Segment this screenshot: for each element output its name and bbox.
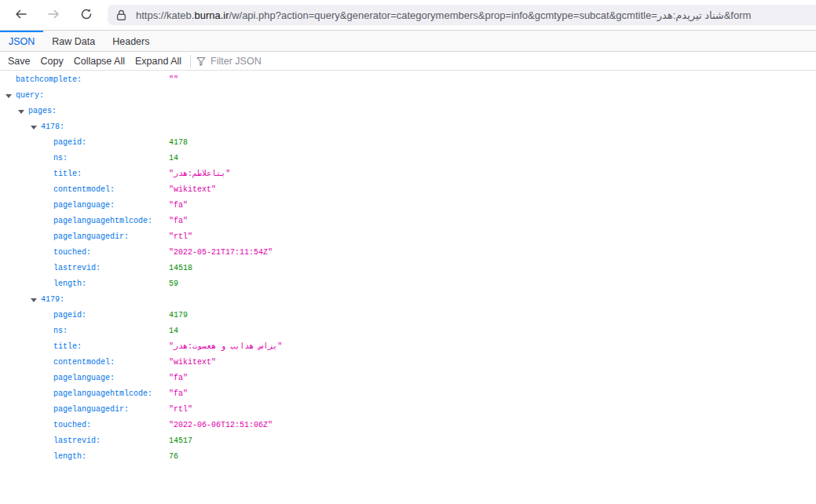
json-key: pagelanguagehtmlcode: — [53, 386, 152, 402]
browser-chrome: https://kateb.burna.ir/w/api.php?action=… — [0, 0, 816, 31]
tab-headers[interactable]: Headers — [104, 31, 158, 51]
json-key: query: — [16, 88, 44, 104]
tab-raw-data[interactable]: Raw Data — [43, 31, 104, 51]
json-value: "fa" — [169, 198, 188, 214]
collapse-arrow-icon[interactable] — [31, 298, 37, 302]
json-tree-row: pagelanguage:"fa" — [0, 371, 816, 386]
json-key: ns: — [53, 151, 68, 166]
json-value: "fa" — [169, 371, 188, 386]
json-tree-row: pageid:4178 — [0, 135, 816, 151]
json-tree-row: pagelanguagedir:"rtl" — [0, 229, 816, 245]
back-arrow-icon — [14, 8, 27, 23]
save-button[interactable]: Save — [5, 56, 33, 67]
json-key: touched: — [53, 245, 91, 261]
json-key: pages: — [28, 104, 57, 119]
json-tree-row: lastrevid:14517 — [0, 433, 816, 449]
url-bar[interactable]: https://kateb.burna.ir/w/api.php?action=… — [108, 5, 816, 25]
json-value: "wikitext" — [169, 355, 216, 371]
json-key: pageid: — [53, 135, 86, 151]
expand-all-button[interactable]: Expand All — [133, 56, 184, 67]
json-key: length: — [53, 276, 86, 292]
json-key: pagelanguage: — [53, 371, 115, 386]
json-key: pagelanguagehtmlcode: — [53, 214, 152, 229]
json-tree-row: contentmodel:"wikitext" — [0, 182, 816, 198]
collapse-all-button[interactable]: Collapse All — [71, 56, 127, 67]
json-value: "rtl" — [169, 229, 192, 245]
url-path: /w/api.php?action=query&generator=catego… — [229, 9, 752, 21]
json-key: lastrevid: — [53, 261, 101, 276]
json-key: 4178: — [41, 119, 64, 135]
json-key: ns: — [53, 323, 68, 339]
json-value: "wikitext" — [169, 182, 216, 198]
url-prefix: https://kateb. — [136, 9, 194, 21]
json-key: contentmodel: — [53, 355, 115, 371]
json-value: 14 — [169, 151, 178, 166]
json-key: pagelanguagedir: — [53, 402, 129, 418]
json-value: "fa" — [169, 386, 188, 402]
json-key: pagelanguagedir: — [53, 229, 129, 245]
json-value: "2022-05-21T17:11:54Z" — [169, 245, 273, 261]
json-tree-row[interactable]: pages: — [0, 104, 816, 119]
filter-funnel-icon — [196, 57, 206, 66]
json-key: pagelanguage: — [53, 198, 115, 214]
json-value: "rtl" — [169, 402, 192, 418]
json-tree-row: length:76 — [0, 449, 816, 465]
filter-json-input[interactable] — [210, 56, 336, 67]
reload-icon — [79, 7, 93, 24]
json-value: 4178 — [169, 135, 188, 151]
json-value: 4179 — [169, 308, 188, 323]
json-value: "2022-06-06T12:51:06Z" — [169, 418, 273, 433]
json-key: title: — [53, 339, 82, 355]
json-viewer-tabbar: JSON Raw Data Headers — [0, 31, 816, 52]
url-text: https://kateb.burna.ir/w/api.php?action=… — [136, 9, 751, 21]
json-tree-row: ns:14 — [0, 151, 816, 166]
json-key: 4179: — [41, 292, 64, 308]
json-tree-row: pagelanguage:"fa" — [0, 198, 816, 214]
json-key: pageid: — [53, 308, 86, 323]
json-key: title: — [53, 166, 82, 182]
json-tree-row: batchcomplete:"" — [0, 72, 816, 88]
lock-icon — [116, 9, 126, 21]
reload-button[interactable] — [75, 4, 97, 26]
json-tree-row: lastrevid:14518 — [0, 261, 816, 276]
collapse-arrow-icon[interactable] — [31, 126, 37, 130]
json-tree-row: pagelanguagehtmlcode:"fa" — [0, 386, 816, 402]
toolbar-separator — [190, 55, 191, 68]
json-tree-row[interactable]: 4178: — [0, 119, 816, 135]
json-value: "رده:توسعه و پیاده سازی" — [169, 339, 282, 355]
json-key: batchcomplete: — [16, 72, 82, 88]
json-value: 76 — [169, 449, 178, 465]
json-tree-row: title:"رده:توسعه و پیاده سازی" — [0, 339, 816, 355]
json-tree-row: title:"رده:مطالعاتی" — [0, 166, 816, 182]
json-tree-row: pagelanguagehtmlcode:"fa" — [0, 214, 816, 229]
json-value: 14517 — [169, 433, 192, 449]
json-toolbar: Save Copy Collapse All Expand All — [0, 52, 816, 71]
collapse-arrow-icon[interactable] — [5, 94, 12, 98]
json-tree-row: pageid:4179 — [0, 308, 816, 323]
json-key: touched: — [53, 418, 91, 433]
json-key: length: — [53, 449, 86, 465]
json-value: "" — [169, 72, 178, 88]
json-key: contentmodel: — [53, 182, 115, 198]
json-tree-row: length:59 — [0, 276, 816, 292]
json-value: 14 — [169, 323, 178, 339]
json-tree-row: contentmodel:"wikitext" — [0, 355, 816, 371]
json-value: "fa" — [169, 214, 188, 229]
json-tree-row: touched:"2022-05-21T17:11:54Z" — [0, 245, 816, 261]
back-button[interactable] — [9, 4, 31, 26]
json-value: 59 — [169, 276, 178, 292]
json-value: "رده:مطالعاتی" — [169, 166, 230, 182]
json-tree-row[interactable]: query: — [0, 88, 816, 104]
collapse-arrow-icon[interactable] — [18, 110, 24, 114]
json-tree-row: ns:14 — [0, 323, 816, 339]
json-tree-row[interactable]: 4179: — [0, 292, 816, 308]
json-value: 14518 — [169, 261, 192, 276]
json-tree-row: pagelanguagedir:"rtl" — [0, 402, 816, 418]
url-domain: burna.ir — [194, 9, 229, 21]
tab-json[interactable]: JSON — [0, 31, 43, 51]
forward-button[interactable] — [42, 4, 64, 26]
copy-button[interactable]: Copy — [38, 56, 66, 67]
json-tree-row: touched:"2022-06-06T12:51:06Z" — [0, 418, 816, 433]
forward-arrow-icon — [47, 8, 60, 23]
json-tree: batchcomplete:""query:pages:4178:pageid:… — [0, 71, 816, 465]
